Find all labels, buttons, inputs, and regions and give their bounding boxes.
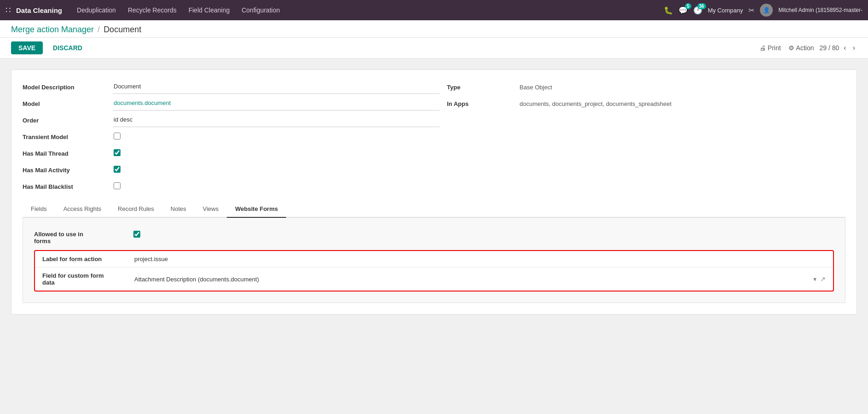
save-button[interactable]: SAVE bbox=[11, 41, 43, 54]
label-for-form-action-value[interactable]: project.issue bbox=[134, 256, 826, 262]
chat-badge: 5 bbox=[685, 3, 691, 9]
username: Mitchell Admin (18158952-master- bbox=[778, 7, 862, 13]
pager-text: 29 / 80 bbox=[820, 44, 839, 52]
transient-model-label: Transient Model bbox=[23, 131, 105, 140]
discard-button[interactable]: DISCARD bbox=[48, 41, 87, 54]
has-mail-blacklist-field bbox=[113, 181, 440, 193]
label-for-form-action-label: Label for form action bbox=[42, 256, 134, 262]
nav-configuration[interactable]: Configuration bbox=[236, 5, 285, 16]
tab-views[interactable]: Views bbox=[195, 201, 227, 218]
gear-icon: ⚙ bbox=[788, 44, 794, 52]
order-label: Order bbox=[23, 114, 105, 124]
app-brand: Data Cleaning bbox=[16, 6, 62, 14]
breadcrumb-parent[interactable]: Merge action Manager bbox=[11, 25, 94, 35]
has-mail-activity-field bbox=[113, 164, 440, 177]
support-icon[interactable]: 💬 5 bbox=[678, 6, 688, 15]
external-link-icon[interactable]: ↗ bbox=[820, 275, 826, 283]
allowed-in-forms-field bbox=[133, 229, 834, 241]
field-for-custom-value[interactable]: Attachment Description (documents.docume… bbox=[134, 276, 813, 283]
model-description-value[interactable]: Document bbox=[113, 81, 440, 94]
has-mail-thread-field bbox=[113, 147, 440, 160]
settings-icon[interactable]: ✂ bbox=[748, 6, 754, 15]
clock-icon[interactable]: 🕐 36 bbox=[693, 6, 702, 15]
nav-field-cleaning[interactable]: Field Cleaning bbox=[183, 5, 236, 16]
highlight-box: Label for form action project.issue Fiel… bbox=[34, 250, 834, 292]
has-mail-blacklist-label: Has Mail Blacklist bbox=[23, 181, 105, 190]
model-value[interactable]: documents.document bbox=[113, 98, 440, 111]
order-value[interactable]: id desc bbox=[113, 114, 440, 127]
type-value: Base Object bbox=[519, 81, 846, 94]
field-for-custom-icons: ▾ ↗ bbox=[813, 275, 826, 283]
toolbar: SAVE DISCARD 🖨 Print ⚙ Action 29 / 80 ‹ … bbox=[0, 38, 868, 58]
has-mail-activity-checkbox[interactable] bbox=[114, 166, 121, 173]
field-for-custom-label: Field for custom formdata bbox=[42, 272, 134, 286]
pager: 29 / 80 ‹ › bbox=[820, 43, 857, 53]
tab-content-website-forms: Allowed to use informs Label for form ac… bbox=[23, 218, 845, 303]
in-apps-value: documents, documents_project, documents_… bbox=[519, 98, 846, 111]
tab-access-rights[interactable]: Access Rights bbox=[55, 201, 109, 218]
tab-website-forms[interactable]: Website Forms bbox=[227, 201, 286, 218]
type-label: Type bbox=[447, 81, 512, 91]
clock-badge: 36 bbox=[697, 3, 706, 9]
transient-model-field bbox=[113, 131, 440, 144]
action-button[interactable]: ⚙ Action bbox=[788, 44, 814, 52]
bug-icon[interactable]: 🐛 bbox=[664, 6, 673, 15]
tab-record-rules[interactable]: Record Rules bbox=[109, 201, 162, 218]
main-content: Model Description Document Type Base Obj… bbox=[0, 58, 868, 326]
print-icon: 🖨 bbox=[759, 44, 766, 52]
topnav: ∷ Data Cleaning Deduplication Recycle Re… bbox=[0, 0, 868, 20]
apps-menu-icon[interactable]: ∷ bbox=[6, 5, 11, 15]
tab-fields[interactable]: Fields bbox=[23, 201, 55, 218]
company-name[interactable]: My Company bbox=[708, 7, 743, 14]
model-description-label: Model Description bbox=[23, 81, 105, 91]
allowed-in-forms-row: Allowed to use informs bbox=[34, 229, 834, 245]
tab-notes[interactable]: Notes bbox=[162, 201, 195, 218]
topnav-menu: Deduplication Recycle Records Field Clea… bbox=[71, 5, 285, 16]
field-for-custom-row: Field for custom formdata Attachment Des… bbox=[35, 268, 833, 291]
nav-recycle-records[interactable]: Recycle Records bbox=[122, 5, 182, 16]
tabs: Fields Access Rights Record Rules Notes … bbox=[23, 201, 845, 218]
pager-next[interactable]: › bbox=[851, 43, 857, 53]
in-apps-label: In Apps bbox=[447, 98, 512, 107]
breadcrumb: Merge action Manager / Document bbox=[11, 25, 857, 35]
form-fields: Model Description Document Type Base Obj… bbox=[23, 81, 845, 193]
toolbar-actions: 🖨 Print ⚙ Action bbox=[759, 44, 814, 52]
pager-prev[interactable]: ‹ bbox=[842, 43, 848, 53]
print-button[interactable]: 🖨 Print bbox=[759, 44, 781, 52]
model-label: Model bbox=[23, 98, 105, 107]
transient-model-checkbox[interactable] bbox=[114, 133, 121, 140]
has-mail-blacklist-checkbox[interactable] bbox=[114, 182, 121, 189]
breadcrumb-bar: Merge action Manager / Document bbox=[0, 20, 868, 38]
has-mail-activity-label: Has Mail Activity bbox=[23, 164, 105, 174]
has-mail-thread-label: Has Mail Thread bbox=[23, 147, 105, 157]
topnav-right: 🐛 💬 5 🕐 36 My Company ✂ 👤 Mitchell Admin… bbox=[664, 4, 862, 17]
nav-deduplication[interactable]: Deduplication bbox=[71, 5, 121, 16]
form-card: Model Description Document Type Base Obj… bbox=[11, 70, 857, 315]
allowed-in-forms-label: Allowed to use informs bbox=[34, 229, 126, 245]
has-mail-thread-checkbox[interactable] bbox=[114, 149, 121, 156]
label-for-form-action-row: Label for form action project.issue bbox=[35, 251, 833, 268]
dropdown-icon[interactable]: ▾ bbox=[813, 275, 816, 283]
breadcrumb-current: Document bbox=[103, 25, 141, 35]
breadcrumb-separator: / bbox=[98, 25, 100, 35]
allowed-in-forms-checkbox[interactable] bbox=[133, 231, 140, 238]
user-avatar[interactable]: 👤 bbox=[760, 4, 773, 17]
